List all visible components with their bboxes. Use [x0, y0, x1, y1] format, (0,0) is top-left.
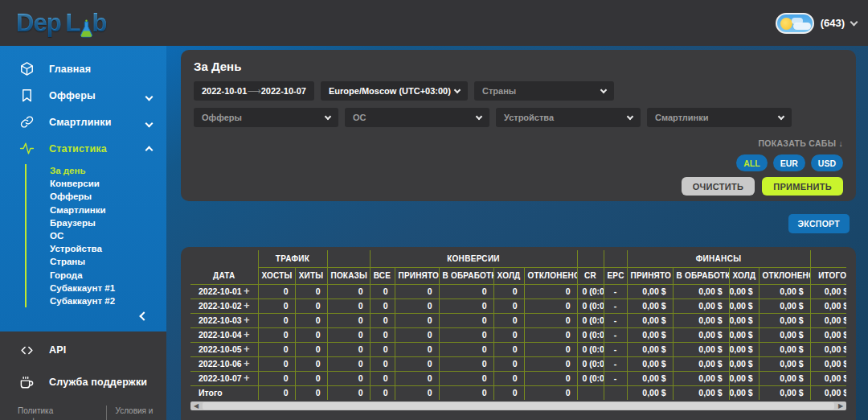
submenu-item[interactable]: Страны [50, 255, 166, 268]
value-cell: 0 [439, 327, 493, 342]
export-button[interactable]: ЭКСПОРТ [788, 214, 850, 233]
value-cell: 0 [295, 327, 327, 342]
date-cell: 2022-10-01+ [190, 284, 258, 299]
sidebar-item[interactable]: Статистика [0, 135, 166, 162]
submenu-item[interactable]: За день [50, 164, 166, 177]
clear-button[interactable]: ОЧИСТИТЬ [682, 177, 755, 196]
topbar: Dep L b (643) [0, 0, 868, 46]
submenu-item[interactable]: ОС [50, 229, 166, 242]
row-date: 2022-10-05 [199, 344, 242, 354]
value-cell: 0 [439, 371, 493, 385]
value-cell: 0,00 $ [729, 284, 759, 299]
value-cell: 0,00 $ [759, 342, 810, 356]
apply-button[interactable]: ПРИМЕНИТЬ [762, 177, 843, 196]
sidebar-item[interactable]: Офферы [0, 82, 166, 109]
expand-row-button[interactable]: + [244, 345, 250, 353]
filter-select[interactable]: Устройства [496, 108, 641, 127]
value-cell: 0 [493, 342, 524, 356]
app-logo[interactable]: Dep L b [16, 9, 106, 38]
submenu-item[interactable]: Смартлинки [50, 204, 166, 216]
value-cell: 0 [258, 327, 295, 342]
column-header: ДАТА [190, 267, 258, 284]
value-cell: 0 [439, 356, 493, 371]
value-cell: 0 [258, 356, 295, 371]
total-value-cell: 0 [439, 385, 493, 400]
total-value-cell: 0,00 $ [810, 385, 846, 400]
horizontal-scrollbar[interactable]: ◀ ▶ [190, 401, 846, 410]
column-header: EPC [604, 267, 627, 284]
value-cell: 0 [295, 371, 327, 385]
date-range-input[interactable]: 2022-10-01 ⟶ 2022-10-07 [194, 81, 314, 101]
sidebar-item-api[interactable]: API [0, 336, 166, 364]
currency-button[interactable]: EUR [773, 154, 805, 171]
terms-link[interactable]: Условия и положения [106, 406, 166, 420]
column-header: ОТКЛОНЕНО [759, 267, 810, 284]
column-header-row: ДАТАХОСТЫХИТЫПОКАЗЫВСЕПРИНЯТОВ ОБРАБОТКЕ… [190, 267, 846, 284]
date-cell: 2022-10-07+ [190, 371, 258, 385]
value-cell: 0,00 $ [729, 299, 759, 313]
sidebar-item-label: Статистика [49, 143, 107, 154]
value-cell: 0,00 $ [810, 356, 846, 371]
expand-row-button[interactable]: + [244, 287, 250, 295]
value-cell: 0 [493, 327, 524, 342]
value-cell: 0,00 $ [729, 327, 759, 342]
timezone-select[interactable]: Europe/Moscow (UTC+03:00) [321, 81, 468, 101]
value-cell: 0,00 $ [627, 356, 673, 371]
expand-row-button[interactable]: + [244, 316, 250, 324]
sidebar-item[interactable]: Главная [0, 56, 166, 82]
column-header: ХОЛД [493, 267, 524, 284]
sidebar-item[interactable]: Смартлинки [0, 109, 166, 135]
filter-select[interactable]: ОС [345, 108, 489, 127]
submenu-item[interactable]: Браузеры [50, 216, 166, 229]
filter-select[interactable]: Офферы [194, 108, 338, 127]
expand-row-button[interactable]: + [244, 331, 250, 339]
value-cell: 0,00 $ [627, 342, 673, 356]
avatar[interactable] [776, 13, 814, 34]
value-cell: 0 [395, 284, 439, 299]
sidebar-item-support[interactable]: Служба поддержки [0, 369, 166, 396]
value-cell: 0 [258, 342, 295, 356]
chevron-down-icon[interactable] [850, 18, 858, 26]
scroll-right-arrow-icon[interactable]: ▶ [835, 401, 846, 410]
column-group-spacer [327, 250, 370, 267]
currency-button[interactable]: ALL [736, 154, 767, 171]
submenu-item[interactable]: Конверсии [50, 177, 166, 190]
submenu-item[interactable]: Офферы [50, 190, 166, 203]
scrollbar-thumb[interactable] [203, 402, 834, 410]
column-header: ХОЛД [729, 267, 759, 284]
main-content: За День 2022-10-01 ⟶ 2022-10-07 Europe/M… [166, 46, 868, 420]
countries-select[interactable]: Страны [474, 81, 614, 101]
filter-select[interactable]: Смартлинки [647, 108, 792, 127]
currency-button[interactable]: USD [811, 154, 843, 171]
expand-row-button[interactable]: + [244, 360, 250, 368]
value-cell: 0,00 $ [810, 371, 846, 385]
table-wrap: ТРАФИККОНВЕРСИИФИНАНСЫ ДАТАХОСТЫХИТЫПОКА… [190, 250, 846, 400]
stats-table-panel: ТРАФИККОНВЕРСИИФИНАНСЫ ДАТАХОСТЫХИТЫПОКА… [181, 247, 856, 420]
stats-table: ТРАФИККОНВЕРСИИФИНАНСЫ ДАТАХОСТЫХИТЫПОКА… [190, 250, 846, 400]
submenu-item[interactable]: Устройства [50, 242, 166, 255]
select-placeholder: Смартлинки [655, 113, 709, 122]
total-value-cell: 0,00 $ [627, 385, 673, 400]
privacy-policy-link[interactable]: Политика конфиденциальности [18, 406, 106, 420]
pulse-icon [19, 141, 35, 156]
value-cell: 0,00 $ [759, 356, 810, 371]
chevron-down-icon [778, 113, 784, 119]
show-subs-link[interactable]: ПОКАЗАТЬ САБЫ ↓ [758, 138, 843, 148]
value-cell: 0 [327, 371, 370, 385]
submenu-item[interactable]: Субаккаунт #1 [50, 282, 166, 294]
value-cell: - [604, 299, 627, 313]
value-cell: 0 [439, 313, 493, 327]
submenu-item[interactable]: Города [50, 269, 166, 282]
sidebar-bottom: API Служба поддержки Политика конфиденци… [0, 331, 166, 420]
expand-row-button[interactable]: + [244, 302, 250, 310]
sidebar-item-label: API [49, 344, 66, 356]
scroll-left-arrow-icon[interactable]: ◀ [190, 401, 202, 410]
value-cell: - [604, 313, 627, 327]
value-cell: 0 [258, 284, 295, 299]
column-group-header: КОНВЕРСИИ [370, 250, 577, 267]
sidebar-collapse-button[interactable] [137, 305, 150, 326]
expand-row-button[interactable]: + [244, 374, 250, 382]
table-row: 2022-10-05+000000000 (0:0)-0,00 $0,00 $0… [190, 342, 846, 356]
row-date: 2022-10-04 [199, 330, 242, 340]
value-cell: 0 [370, 371, 395, 385]
